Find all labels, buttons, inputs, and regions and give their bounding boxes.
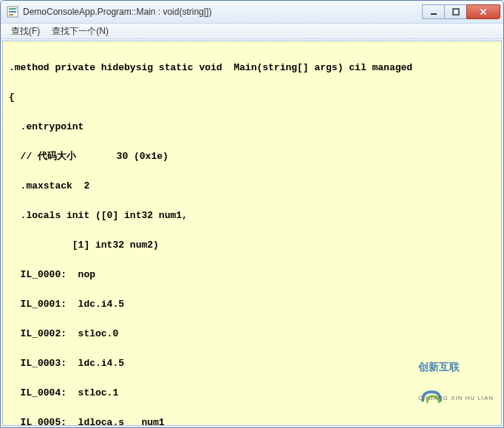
menubar: 查找(F) 查找下一个(N) <box>1 23 503 39</box>
svg-rect-3 <box>9 14 13 16</box>
close-button[interactable] <box>466 4 500 19</box>
minimize-button[interactable] <box>422 4 444 19</box>
svg-rect-4 <box>431 13 437 15</box>
svg-rect-5 <box>453 9 459 15</box>
svg-rect-1 <box>9 8 16 10</box>
code-line: .maxstack 2 <box>9 179 495 194</box>
code-line: IL_0000: nop <box>9 268 495 282</box>
code-line: .method private hidebysig static void Ma… <box>9 61 495 75</box>
code-viewer[interactable]: .method private hidebysig static void Ma… <box>2 41 502 426</box>
titlebar[interactable]: DemoConsoleApp.Program::Main : void(stri… <box>1 1 503 23</box>
watermark-text: 创新互联 CHUANG XIN HU LIAN <box>401 344 494 421</box>
app-window: DemoConsoleApp.Program::Main : void(stri… <box>0 0 504 428</box>
maximize-button[interactable] <box>444 4 466 19</box>
code-line: .entrypoint <box>9 120 495 135</box>
window-controls <box>422 4 500 19</box>
menu-find[interactable]: 查找(F) <box>5 24 46 39</box>
watermark-logo-icon <box>374 371 398 395</box>
code-line: { <box>9 90 495 105</box>
watermark: 创新互联 CHUANG XIN HU LIAN <box>374 344 494 421</box>
code-line: .locals init ([0] int32 num1, <box>9 208 495 223</box>
app-icon <box>7 6 18 18</box>
code-line: [1] int32 num2) <box>9 238 495 253</box>
svg-rect-2 <box>9 11 16 13</box>
code-line: IL_0002: stloc.0 <box>9 327 495 342</box>
menu-find-next[interactable]: 查找下一个(N) <box>46 24 115 39</box>
window-title: DemoConsoleApp.Program::Main : void(stri… <box>23 7 422 17</box>
code-line: IL_0001: ldc.i4.5 <box>9 297 495 312</box>
code-line: // 代码大小 30 (0x1e) <box>9 149 495 164</box>
